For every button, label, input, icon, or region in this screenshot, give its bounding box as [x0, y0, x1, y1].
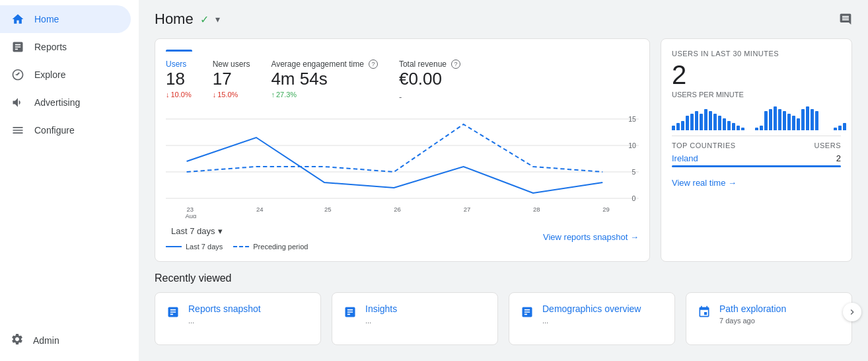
rt-bar-item: [815, 111, 818, 130]
metric-change-new-users: ↓ 15.0%: [213, 91, 250, 99]
metrics-row: Users 18 ↓ 10.0% New users 17 ↓: [166, 60, 639, 102]
rt-bar-item: [718, 116, 721, 130]
metric-label-engagement[interactable]: Average engagement time ?: [271, 60, 378, 69]
metric-users: Users 18 ↓ 10.0%: [166, 60, 192, 102]
recent-card-icon-insights: [343, 305, 357, 319]
rt-section-title: USERS IN LAST 30 MINUTES: [672, 50, 841, 58]
sidebar-item-reports[interactable]: Reports: [0, 33, 131, 61]
rt-divider: [672, 136, 841, 136]
configure-icon: [11, 123, 25, 138]
rt-bar-item: [778, 109, 781, 130]
help-icon-engagement[interactable]: ?: [369, 60, 378, 69]
recent-card-sub-insights: ...: [365, 317, 397, 325]
explore-icon: [11, 67, 25, 82]
rt-bar-item: [838, 126, 842, 130]
view-realtime-link[interactable]: View real time →: [672, 178, 841, 188]
sidebar-item-advertising[interactable]: Advertising: [0, 89, 131, 116]
metric-new-users: New users 17 ↓ 15.0%: [213, 60, 250, 102]
sidebar-item-admin[interactable]: Admin: [11, 326, 128, 354]
recent-card-title-demographics: Demographics overview: [542, 303, 641, 314]
rt-countries-header: TOP COUNTRIES USERS: [672, 141, 841, 149]
svg-text:24: 24: [256, 206, 264, 213]
page-title: Home: [155, 11, 194, 28]
sidebar-item-configure[interactable]: Configure: [0, 116, 131, 144]
sidebar-item-explore[interactable]: Explore: [0, 61, 131, 89]
rt-bar-item: [741, 128, 744, 130]
realtime-card: USERS IN LAST 30 MINUTES 2 USERS PER MIN…: [661, 38, 852, 262]
annotation-icon[interactable]: [839, 13, 852, 26]
recent-card-sub-demographics: ...: [542, 317, 641, 325]
rt-bar-item: [676, 123, 680, 130]
rt-country-value: 2: [836, 153, 841, 163]
recently-viewed-title: Recently viewed: [155, 272, 852, 284]
rt-bar-item: [737, 126, 740, 130]
view-reports-link[interactable]: View reports snapshot →: [543, 232, 639, 242]
metric-value-users: 18: [166, 69, 192, 89]
dropdown-icon[interactable]: ▾: [215, 14, 220, 24]
metric-value-new-users: 17: [213, 69, 250, 89]
rt-bar-item: [769, 109, 772, 130]
sidebar: Home Reports Explore Advertising: [0, 0, 139, 361]
metric-label-new-users[interactable]: New users: [213, 60, 250, 69]
rt-bar-item: [764, 111, 768, 130]
rt-bar-item: [792, 116, 795, 130]
rt-bar-item: [681, 121, 684, 130]
page-header: Home ✓ ▾: [155, 11, 852, 28]
rt-bar-item: [695, 111, 698, 130]
rt-bar-item: [704, 109, 707, 130]
rt-bar-item: [760, 126, 763, 130]
advertising-icon: [11, 95, 25, 110]
recently-viewed-section: Recently viewed Reports snapshot ... Ins…: [155, 272, 852, 345]
cards-row: Users 18 ↓ 10.0% New users 17 ↓: [155, 38, 852, 262]
metric-label-users[interactable]: Users: [166, 60, 192, 69]
recent-card-path-exploration[interactable]: Path exploration 7 days ago: [686, 292, 852, 345]
help-icon-revenue[interactable]: ?: [451, 60, 460, 69]
main-content: Home ✓ ▾ Users 18 ↓: [139, 0, 868, 361]
recent-card-title-path: Path exploration: [719, 303, 786, 314]
rt-bar-item: [783, 111, 786, 130]
metric-value-revenue: €0.00: [399, 69, 460, 89]
chart-legend: Last 7 days Preceding period: [166, 243, 308, 251]
admin-gear-icon: [11, 333, 24, 348]
rt-bar-item: [843, 123, 846, 130]
recent-card-reports-snapshot[interactable]: Reports snapshot ...: [155, 292, 321, 345]
sidebar-item-label-advertising: Advertising: [34, 97, 80, 108]
date-range-selector[interactable]: Last 7 days ▾: [166, 223, 308, 239]
scroll-right-arrow[interactable]: [843, 303, 861, 321]
rt-bar-item: [834, 128, 837, 130]
svg-text:0: 0: [632, 195, 635, 202]
rt-users-label: USERS: [814, 141, 841, 149]
rt-bar-item: [801, 109, 805, 130]
svg-text:15: 15: [628, 116, 636, 123]
rt-bar-chart: [672, 104, 841, 130]
sidebar-item-home[interactable]: Home: [0, 5, 131, 33]
recent-card-demographics[interactable]: Demographics overview ...: [509, 292, 675, 345]
rt-bar-item: [811, 109, 814, 130]
rt-country-row: Ireland 2: [672, 153, 841, 163]
recent-card-insights[interactable]: Insights ...: [332, 292, 498, 345]
recent-card-sub-reports-snapshot: ...: [188, 317, 261, 325]
svg-text:Aug: Aug: [185, 213, 196, 218]
sidebar-item-label-configure: Configure: [34, 125, 75, 136]
chart-card: Users 18 ↓ 10.0% New users 17 ↓: [155, 38, 650, 262]
recent-card-content-reports: Reports snapshot ...: [188, 303, 261, 325]
chart-svg: 15 10 5 0 23 Aug 24 25 26 27 28 29: [166, 112, 639, 218]
metric-label-revenue[interactable]: Total revenue ?: [399, 60, 460, 69]
header-actions: [839, 13, 852, 26]
trend-down-icon-2: ↓: [213, 91, 217, 99]
legend-line-solid: [166, 246, 182, 247]
sidebar-bottom: Admin: [0, 319, 139, 354]
recent-card-icon-reports-snapshot: [166, 305, 180, 319]
svg-text:27: 27: [464, 206, 471, 213]
recent-card-content-demographics: Demographics overview ...: [542, 303, 641, 325]
recent-card-icon-demographics: [520, 305, 534, 319]
metric-value-engagement: 4m 54s: [271, 69, 378, 89]
sidebar-item-label-home: Home: [34, 14, 59, 24]
metric-dash-revenue: -: [399, 92, 460, 102]
rt-country-name[interactable]: Ireland: [672, 153, 698, 163]
svg-text:25: 25: [324, 206, 332, 213]
svg-text:10: 10: [628, 142, 636, 149]
rt-bar-item: [709, 111, 712, 130]
svg-text:23: 23: [187, 206, 194, 213]
sidebar-item-label-explore: Explore: [34, 69, 65, 80]
